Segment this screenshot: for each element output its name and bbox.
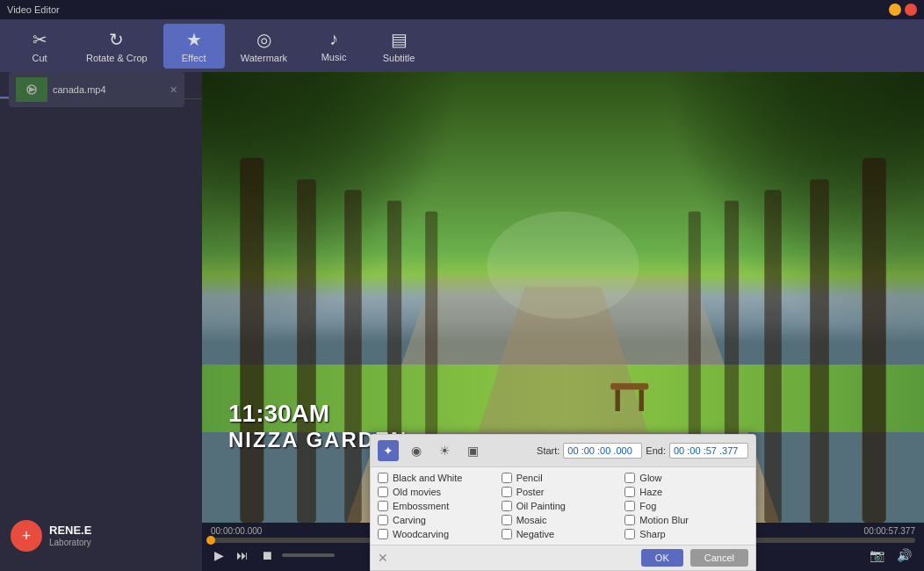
- music-icon: ♪: [329, 29, 338, 49]
- checkbox-motion-blur[interactable]: [624, 515, 635, 525]
- toolbar-rotate-crop[interactable]: ↻ Rotate & Crop: [74, 24, 160, 69]
- toolbar-watermark-label: Watermark: [241, 53, 287, 63]
- effect-grid: Black and White Old movies Embossment Ca…: [371, 467, 755, 545]
- toolbar-watermark[interactable]: ◎ Watermark: [228, 24, 300, 69]
- effect-tab-wand[interactable]: ✦: [378, 440, 399, 461]
- checkbox-mosaic[interactable]: [502, 515, 512, 525]
- play-button[interactable]: ▶: [211, 546, 227, 564]
- effect-panel-footer: ✕ OK Cancel: [371, 545, 755, 570]
- end-label: End:: [646, 445, 666, 456]
- effect-col-3: Glow Haze Fog Motion Blur: [624, 473, 748, 539]
- video-area: 11:30AM NIZZA GARDEN 00:00:00.000 00:00:…: [202, 72, 924, 571]
- toolbar-effect[interactable]: ★ Effect: [163, 24, 225, 69]
- effect-col-2: Pencil Poster Oil Painting Mosaic: [502, 473, 625, 539]
- checkbox-carving[interactable]: [378, 515, 388, 525]
- logo-icon: +: [11, 520, 42, 552]
- left-panel: Materials Effect + RENE.E Laboratory: [0, 72, 202, 571]
- effect-old-movies[interactable]: Old movies: [378, 487, 502, 497]
- app-title: Video Editor: [7, 4, 889, 15]
- minimize-button[interactable]: [889, 4, 901, 16]
- left-panel-content: [0, 99, 202, 331]
- effect-panel-header: ✦ ◉ ☀ ▣ Start: End:: [371, 435, 755, 467]
- skip-forward-button[interactable]: ⏭: [233, 546, 252, 564]
- window-controls: [889, 4, 917, 16]
- start-label: Start:: [537, 445, 559, 456]
- effect-fog[interactable]: Fog: [624, 501, 748, 511]
- rotate-icon: ↻: [109, 29, 124, 50]
- checkbox-poster[interactable]: [502, 487, 512, 497]
- close-button[interactable]: [905, 4, 917, 16]
- stop-button[interactable]: ⏹: [257, 546, 277, 564]
- effect-carving[interactable]: Carving: [378, 515, 502, 525]
- effect-pencil[interactable]: Pencil: [502, 473, 625, 483]
- watermark-icon: ◎: [256, 29, 271, 50]
- checkbox-fog[interactable]: [624, 501, 635, 511]
- progress-thumb[interactable]: [206, 536, 215, 545]
- screenshot-button[interactable]: 📷: [866, 546, 888, 564]
- end-time-input[interactable]: [669, 443, 748, 459]
- subtitle-icon: ▤: [391, 29, 408, 50]
- main-layout: Materials Effect + RENE.E Laboratory: [0, 72, 924, 571]
- cancel-button[interactable]: Cancel: [690, 549, 748, 567]
- effect-mosaic[interactable]: Mosaic: [502, 515, 625, 525]
- ok-button[interactable]: OK: [641, 549, 683, 567]
- footer-actions: OK Cancel: [641, 549, 748, 567]
- toolbar: ✂ Cut ↻ Rotate & Crop ★ Effect ◎ Waterma…: [0, 19, 924, 72]
- effect-oil-painting[interactable]: Oil Painting: [502, 501, 625, 511]
- toolbar-rotate-label: Rotate & Crop: [86, 53, 148, 63]
- volume-slider[interactable]: [282, 553, 335, 557]
- effect-time-row: Start: End:: [537, 443, 748, 459]
- effect-negative[interactable]: Negative: [502, 529, 625, 539]
- effect-black-white[interactable]: Black and White: [378, 473, 502, 483]
- checkbox-sharp[interactable]: [624, 529, 635, 539]
- file-item: canada.mp4 ✕: [9, 72, 184, 107]
- file-thumbnail: [16, 77, 47, 102]
- panel-close-button[interactable]: ✕: [378, 551, 388, 565]
- effect-tab-sun[interactable]: ☀: [434, 440, 455, 461]
- file-close-button[interactable]: ✕: [170, 84, 177, 96]
- effect-tab-circle[interactable]: ◉: [406, 440, 427, 461]
- toolbar-music-label: Music: [321, 52, 347, 62]
- checkbox-pencil[interactable]: [502, 473, 512, 483]
- file-name: canada.mp4: [53, 84, 106, 95]
- toolbar-subtitle-label: Subtitle: [383, 53, 415, 63]
- checkbox-embossment[interactable]: [378, 501, 388, 511]
- effect-sharp[interactable]: Sharp: [624, 529, 748, 539]
- effect-col-1: Black and White Old movies Embossment Ca…: [378, 473, 502, 539]
- effect-glow[interactable]: Glow: [624, 473, 748, 483]
- volume-button[interactable]: 🔊: [893, 546, 915, 564]
- checkbox-glow[interactable]: [624, 473, 635, 483]
- checkbox-oil-painting[interactable]: [502, 501, 512, 511]
- effect-poster[interactable]: Poster: [502, 487, 625, 497]
- video-time-text: 11:30AM: [228, 400, 408, 428]
- toolbar-music[interactable]: ♪ Music: [303, 24, 365, 68]
- toolbar-cut[interactable]: ✂ Cut: [9, 24, 70, 69]
- cut-icon: ✂: [32, 29, 47, 50]
- effect-haze[interactable]: Haze: [624, 487, 748, 497]
- effect-embossment[interactable]: Embossment: [378, 501, 502, 511]
- checkbox-black-white[interactable]: [378, 473, 388, 483]
- effect-panel: ✦ ◉ ☀ ▣ Start: End: Black and White: [370, 434, 756, 571]
- toolbar-cut-label: Cut: [32, 53, 47, 63]
- effect-tab-square[interactable]: ▣: [462, 440, 483, 461]
- checkbox-woodcarving[interactable]: [378, 529, 388, 539]
- effect-woodcarving[interactable]: Woodcarving: [378, 529, 502, 539]
- logo: + RENE.E Laboratory: [0, 510, 202, 562]
- start-time-input[interactable]: [563, 443, 642, 459]
- checkbox-old-movies[interactable]: [378, 487, 388, 497]
- title-bar: Video Editor: [0, 0, 924, 19]
- toolbar-effect-label: Effect: [182, 53, 206, 63]
- checkbox-haze[interactable]: [624, 487, 635, 497]
- checkbox-negative[interactable]: [502, 529, 512, 539]
- effect-motion-blur[interactable]: Motion Blur: [624, 515, 748, 525]
- start-time-label: 00:00:00.000: [211, 526, 262, 536]
- logo-text: RENE.E Laboratory: [49, 524, 91, 548]
- toolbar-subtitle[interactable]: ▤ Subtitle: [368, 24, 430, 69]
- effect-icon: ★: [186, 29, 202, 50]
- end-time-label: 00:00:57.377: [864, 526, 915, 536]
